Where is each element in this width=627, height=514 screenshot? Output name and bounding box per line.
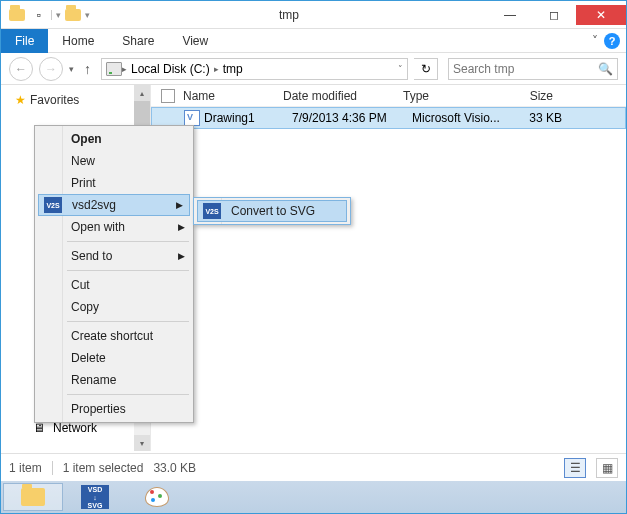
- column-headers: Name Date modified Type Size: [151, 85, 626, 107]
- sidebar-network[interactable]: Network: [33, 421, 97, 435]
- ctx-create-shortcut[interactable]: Create shortcut: [37, 325, 191, 347]
- back-button[interactable]: ←: [9, 57, 33, 81]
- file-size: 33 KB: [522, 111, 582, 125]
- select-all-checkbox[interactable]: [161, 89, 175, 103]
- search-placeholder: Search tmp: [453, 62, 514, 76]
- forward-button[interactable]: →: [39, 57, 63, 81]
- address-dropdown-icon[interactable]: ˅: [398, 64, 403, 74]
- vsd2svg-icon: V2S: [44, 197, 62, 213]
- ctx-open[interactable]: Open: [37, 128, 191, 150]
- address-bar[interactable]: ▸ Local Disk (C:) ▸ tmp ˅: [101, 58, 408, 80]
- ctx-cut[interactable]: Cut: [37, 274, 191, 296]
- navigation-bar: ← → ▾ ↑ ▸ Local Disk (C:) ▸ tmp ˅ ↻ Sear…: [1, 53, 626, 85]
- status-selected-size: 33.0 KB: [153, 461, 196, 475]
- folder-icon: [7, 5, 27, 25]
- vsd2svg-app-icon: VSD↓SVG: [81, 485, 109, 509]
- quick-access-toolbar: ▫ ▾ ▾: [1, 5, 90, 25]
- submenu-arrow-icon: ▶: [178, 251, 185, 261]
- search-icon: 🔍: [598, 62, 613, 76]
- maximize-button[interactable]: ◻: [532, 5, 576, 25]
- ctx-properties[interactable]: Properties: [37, 398, 191, 420]
- expand-ribbon-icon[interactable]: ˅: [592, 34, 598, 48]
- separator: [67, 394, 189, 395]
- window-title: tmp: [90, 8, 488, 22]
- view-details-button[interactable]: ☰: [564, 458, 586, 478]
- separator: [67, 321, 189, 322]
- ctx-vsd2svg-label: vsd2svg: [72, 198, 116, 212]
- drive-icon: [106, 62, 122, 76]
- context-submenu: V2S Convert to SVG: [193, 197, 351, 225]
- ctx-send-to-label: Send to: [71, 249, 112, 263]
- vsd2svg-icon: V2S: [203, 203, 221, 219]
- visio-file-icon: [184, 110, 200, 126]
- up-button[interactable]: ↑: [80, 61, 95, 77]
- ctx-send-to[interactable]: Send to ▶: [37, 245, 191, 267]
- breadcrumb-folder[interactable]: tmp: [219, 62, 247, 76]
- network-icon: [33, 421, 49, 435]
- col-type[interactable]: Type: [403, 89, 513, 103]
- tab-share[interactable]: Share: [108, 29, 168, 53]
- status-bar: 1 item 1 item selected 33.0 KB ☰ ▦: [1, 453, 626, 481]
- network-label: Network: [53, 421, 97, 435]
- qat-dropdown-icon[interactable]: ▾: [51, 10, 61, 20]
- close-button[interactable]: ✕: [576, 5, 626, 25]
- ctx-open-with[interactable]: Open with ▶: [37, 216, 191, 238]
- search-input[interactable]: Search tmp 🔍: [448, 58, 618, 80]
- ctx-vsd2svg[interactable]: V2S vsd2svg ▶: [38, 194, 190, 216]
- file-list: Name Date modified Type Size Drawing1 7/…: [151, 85, 626, 451]
- favorites-header[interactable]: ★ Favorites: [1, 93, 150, 107]
- file-row[interactable]: Drawing1 7/9/2013 4:36 PM Microsoft Visi…: [151, 107, 626, 129]
- col-size[interactable]: Size: [513, 89, 573, 103]
- col-name[interactable]: Name: [183, 89, 283, 103]
- window-controls: — ◻ ✕: [488, 5, 626, 25]
- scroll-up-icon[interactable]: ▴: [134, 85, 150, 101]
- view-icons-button[interactable]: ▦: [596, 458, 618, 478]
- ctx-print[interactable]: Print: [37, 172, 191, 194]
- scroll-down-icon[interactable]: ▾: [134, 435, 150, 451]
- context-menu: Open New Print V2S vsd2svg ▶ Open with ▶…: [34, 125, 194, 423]
- taskbar-explorer[interactable]: [3, 483, 63, 511]
- breadcrumb-drive[interactable]: Local Disk (C:): [127, 62, 214, 76]
- refresh-button[interactable]: ↻: [414, 58, 438, 80]
- separator: [67, 270, 189, 271]
- ctx-convert-label: Convert to SVG: [231, 204, 315, 218]
- ribbon: File Home Share View ˅ ?: [1, 29, 626, 53]
- ctx-copy[interactable]: Copy: [37, 296, 191, 318]
- taskbar: VSD↓SVG: [1, 481, 626, 513]
- submenu-arrow-icon: ▶: [176, 200, 183, 210]
- ctx-convert-svg[interactable]: V2S Convert to SVG: [197, 200, 347, 222]
- submenu-arrow-icon: ▶: [178, 222, 185, 232]
- file-tab[interactable]: File: [1, 29, 48, 53]
- file-name: Drawing1: [200, 111, 292, 125]
- title-bar: ▫ ▾ ▾ tmp — ◻ ✕: [1, 1, 626, 29]
- col-date[interactable]: Date modified: [283, 89, 403, 103]
- file-type: Microsoft Visio...: [412, 111, 522, 125]
- ctx-delete[interactable]: Delete: [37, 347, 191, 369]
- recent-dropdown-icon[interactable]: ▾: [69, 64, 74, 74]
- taskbar-vsd2svg[interactable]: VSD↓SVG: [65, 483, 125, 511]
- favorites-label: Favorites: [30, 93, 79, 107]
- folder-icon: [21, 488, 45, 506]
- file-date: 7/9/2013 4:36 PM: [292, 111, 412, 125]
- minimize-button[interactable]: —: [488, 5, 532, 25]
- star-icon: ★: [15, 93, 26, 107]
- help-icon[interactable]: ?: [604, 33, 620, 49]
- taskbar-paint[interactable]: [127, 483, 187, 511]
- tab-view[interactable]: View: [168, 29, 222, 53]
- ctx-new[interactable]: New: [37, 150, 191, 172]
- status-selected-count: 1 item selected: [63, 461, 144, 475]
- ctx-open-with-label: Open with: [71, 220, 125, 234]
- scroll-thumb[interactable]: [134, 101, 150, 125]
- new-folder-icon[interactable]: [63, 5, 83, 25]
- separator: [67, 241, 189, 242]
- status-item-count: 1 item: [9, 461, 42, 475]
- ctx-rename[interactable]: Rename: [37, 369, 191, 391]
- tab-home[interactable]: Home: [48, 29, 108, 53]
- paint-icon: [145, 487, 169, 507]
- properties-icon[interactable]: ▫: [29, 5, 49, 25]
